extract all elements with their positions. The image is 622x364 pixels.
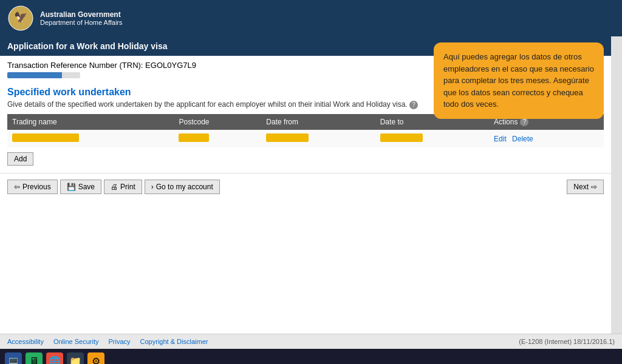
taskbar-icon-monitor[interactable]: 🖥	[26, 352, 43, 364]
next-icon: ⇨	[591, 183, 597, 191]
footer-version: (E-1208 (Internet) 18/11/2016.1)	[519, 338, 615, 345]
taskbar-icon-computer[interactable]: 💻	[5, 352, 22, 364]
taskbar: 💻 🖥 🌐 📁 ⚙	[0, 349, 622, 364]
gov-title-block: Australian Government Department of Home…	[40, 10, 123, 26]
save-button[interactable]: 💾 Save	[60, 180, 101, 194]
section-help-icon[interactable]: ?	[409, 101, 418, 109]
cell-trading-name	[7, 130, 174, 147]
nav-left-group: ⇦ Previous 💾 Save 🖨 Print › Go to my acc…	[7, 180, 220, 194]
cell-actions: Edit Delete	[489, 130, 604, 147]
date-to-value	[380, 133, 423, 142]
add-button-row: Add	[0, 147, 611, 170]
progress-bar-fill	[7, 72, 62, 78]
main-wrapper: Application for a Work and Holiday visa …	[0, 36, 622, 334]
print-button[interactable]: 🖨 Print	[104, 180, 142, 194]
edit-link[interactable]: Edit	[494, 135, 507, 143]
gov-title-line2: Department of Home Affairs	[40, 19, 123, 26]
gov-header: 🦅 Australian Government Department of Ho…	[0, 0, 622, 36]
add-button[interactable]: Add	[7, 152, 33, 166]
cell-date-from	[261, 130, 375, 147]
delete-link[interactable]: Delete	[512, 135, 533, 143]
app-title: Application for a Work and Holiday visa	[7, 41, 167, 51]
work-table: Trading name Postcode Date from Date to …	[7, 114, 604, 147]
action-links: Edit Delete	[494, 135, 599, 143]
col-trading-name: Trading name	[7, 114, 174, 130]
col-postcode: Postcode	[174, 114, 261, 130]
table-row: Edit Delete	[7, 130, 604, 147]
coa-emblem: 🦅	[7, 5, 34, 32]
footer-links: Accessibility Online Security Privacy Co…	[7, 338, 208, 345]
date-from-value	[266, 133, 309, 142]
next-button[interactable]: Next ⇨	[567, 180, 604, 194]
taskbar-icon-settings[interactable]: ⚙	[87, 352, 104, 364]
trn-text: Transaction Reference Number (TRN): EGOL…	[7, 61, 196, 70]
trading-name-value	[12, 133, 79, 142]
trn-value: EGOL0YG7L9	[145, 61, 196, 70]
footer-copyright[interactable]: Copyright & Disclaimer	[140, 338, 208, 345]
footer-online-security[interactable]: Online Security	[53, 338, 99, 345]
postcode-value	[179, 133, 209, 142]
gov-title-line1: Australian Government	[40, 10, 123, 19]
progress-bar-background	[7, 72, 80, 78]
tooltip-bubble: Aquí puedes agregar los datos de otros e…	[434, 42, 604, 119]
cell-date-to	[375, 130, 489, 147]
col-date-from: Date from	[261, 114, 375, 130]
account-icon: ›	[151, 183, 154, 191]
trn-label: Transaction Reference Number (TRN):	[7, 61, 143, 70]
right-sidebar	[611, 36, 622, 334]
previous-icon: ⇦	[14, 183, 20, 191]
go-to-account-button[interactable]: › Go to my account	[145, 180, 220, 194]
print-icon: 🖨	[111, 183, 118, 191]
taskbar-icon-folder[interactable]: 📁	[67, 352, 84, 364]
nav-buttons: ⇦ Previous 💾 Save 🖨 Print › Go to my acc…	[0, 173, 611, 200]
tooltip-text: Aquí puedes agregar los datos de otros e…	[443, 52, 594, 109]
taskbar-icon-browser[interactable]: 🌐	[46, 352, 63, 364]
previous-button[interactable]: ⇦ Previous	[7, 180, 58, 194]
save-icon: 💾	[67, 183, 76, 191]
footer-accessibility[interactable]: Accessibility	[7, 338, 44, 345]
footer: Accessibility Online Security Privacy Co…	[0, 334, 622, 349]
actions-help-icon[interactable]: ?	[520, 118, 528, 126]
footer-privacy[interactable]: Privacy	[109, 338, 131, 345]
svg-text:🦅: 🦅	[14, 11, 28, 24]
cell-postcode	[174, 130, 261, 147]
